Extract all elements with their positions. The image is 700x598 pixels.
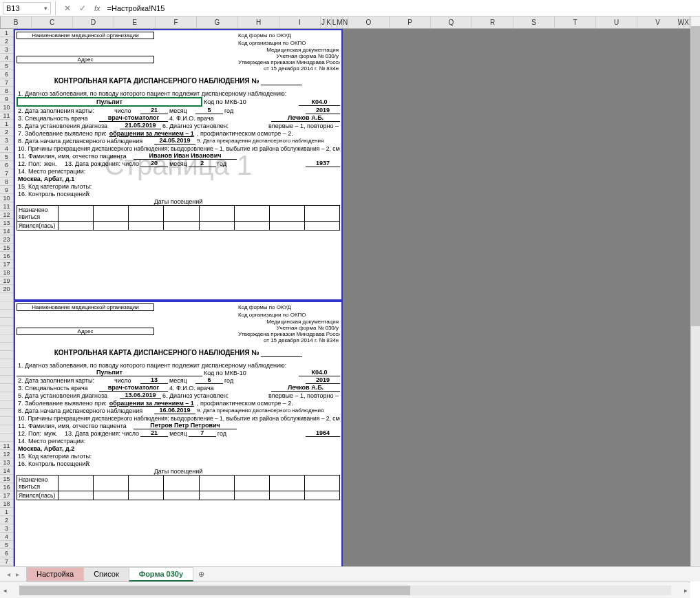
- row-header[interactable]: [0, 293, 13, 301]
- hscroll-left-icon[interactable]: ◂: [0, 587, 10, 594]
- row-header[interactable]: 2: [0, 37, 13, 45]
- row-header[interactable]: [0, 334, 13, 343]
- row-header[interactable]: 17: [0, 491, 13, 500]
- column-header[interactable]: B: [1, 17, 32, 28]
- row-header[interactable]: 11: [0, 111, 13, 120]
- row-header[interactable]: 16: [0, 252, 13, 260]
- row-header[interactable]: [0, 392, 13, 401]
- row-header[interactable]: 1: [0, 508, 13, 516]
- row-header[interactable]: 2: [0, 128, 13, 136]
- spreadsheet-grid[interactable]: BCDEFGHIJKLMNOPQRSTUVWXYZAA 123456789101…: [0, 17, 700, 566]
- cancel-formula-icon[interactable]: ✕: [60, 3, 75, 13]
- row-header[interactable]: 3: [0, 45, 13, 54]
- row-header[interactable]: 18: [0, 268, 13, 277]
- row-header[interactable]: [0, 326, 13, 334]
- row-header[interactable]: 7: [0, 78, 13, 87]
- column-header[interactable]: J: [321, 17, 326, 28]
- row-header[interactable]: 15: [0, 475, 13, 483]
- row-header[interactable]: [0, 376, 13, 384]
- column-header[interactable]: Q: [431, 17, 472, 28]
- row-header[interactable]: 6: [0, 70, 13, 78]
- column-header[interactable]: U: [596, 17, 637, 28]
- row-header[interactable]: 5: [0, 153, 13, 161]
- horizontal-scrollbar[interactable]: ◂ ▸: [0, 581, 690, 598]
- add-sheet-icon[interactable]: ⊕: [193, 568, 210, 581]
- column-header[interactable]: K: [326, 17, 332, 28]
- row-header[interactable]: 5: [0, 541, 13, 549]
- name-box[interactable]: B13 ▾: [3, 2, 51, 14]
- cells-area[interactable]: Страница 1 Наименование медицинской орга…: [14, 29, 700, 566]
- column-header[interactable]: S: [513, 17, 555, 28]
- name-box-dropdown-icon[interactable]: ▾: [44, 5, 47, 12]
- row-header[interactable]: 23: [0, 235, 13, 244]
- row-header[interactable]: [0, 318, 13, 326]
- row-header[interactable]: 18: [0, 500, 13, 508]
- row-header[interactable]: 8: [0, 87, 13, 95]
- row-header[interactable]: 14: [0, 467, 13, 475]
- row-header[interactable]: 7: [0, 557, 13, 566]
- column-header[interactable]: W: [679, 17, 684, 28]
- column-header[interactable]: R: [472, 17, 513, 28]
- row-header[interactable]: 12: [0, 450, 13, 458]
- row-header[interactable]: 11: [0, 442, 13, 450]
- accept-formula-icon[interactable]: ✓: [75, 3, 90, 13]
- row-header[interactable]: 9: [0, 95, 13, 103]
- row-header[interactable]: [0, 417, 13, 425]
- column-header[interactable]: M: [337, 17, 343, 28]
- row-header[interactable]: 6: [0, 161, 13, 169]
- hscroll-thumb[interactable]: [19, 586, 410, 595]
- row-header[interactable]: 13: [0, 219, 13, 227]
- row-header[interactable]: 1: [0, 120, 13, 128]
- column-header[interactable]: P: [390, 17, 431, 28]
- row-header[interactable]: 4: [0, 54, 13, 62]
- column-header[interactable]: H: [238, 17, 279, 28]
- row-header[interactable]: 5: [0, 62, 13, 70]
- row-header[interactable]: 9: [0, 186, 13, 194]
- tab-nav-next-icon[interactable]: ▸: [13, 570, 22, 578]
- column-header[interactable]: F: [156, 17, 197, 28]
- row-header[interactable]: 11: [0, 202, 13, 211]
- tab-nav-prev-icon[interactable]: ◂: [4, 570, 13, 578]
- row-header[interactable]: [0, 425, 13, 434]
- row-header[interactable]: 1: [0, 29, 13, 37]
- row-header[interactable]: 10: [0, 194, 13, 202]
- row-header[interactable]: [0, 434, 13, 442]
- row-header[interactable]: 2: [0, 516, 13, 524]
- vscroll-thumb[interactable]: [691, 26, 700, 326]
- row-header[interactable]: 10: [0, 103, 13, 111]
- row-header[interactable]: 17: [0, 260, 13, 268]
- column-header[interactable]: O: [348, 17, 390, 28]
- row-header[interactable]: [0, 384, 13, 392]
- formula-input[interactable]: [105, 3, 700, 14]
- column-header[interactable]: I: [279, 17, 321, 28]
- column-header[interactable]: X: [684, 17, 690, 28]
- column-header[interactable]: C: [32, 17, 73, 28]
- row-header[interactable]: [0, 343, 13, 351]
- column-header[interactable]: E: [114, 17, 156, 28]
- column-header[interactable]: N: [343, 17, 348, 28]
- row-header[interactable]: 15: [0, 244, 13, 252]
- row-header[interactable]: 6: [0, 549, 13, 557]
- column-header[interactable]: T: [555, 17, 596, 28]
- row-header[interactable]: [0, 409, 13, 417]
- hscroll-right-icon[interactable]: ▸: [681, 587, 690, 594]
- row-header[interactable]: [0, 310, 13, 318]
- row-header[interactable]: 8: [0, 178, 13, 186]
- row-header[interactable]: 20: [0, 285, 13, 293]
- vertical-scrollbar[interactable]: [690, 17, 700, 581]
- row-header[interactable]: 4: [0, 145, 13, 153]
- row-header[interactable]: 14: [0, 227, 13, 235]
- row-header[interactable]: 19: [0, 277, 13, 285]
- column-header[interactable]: G: [197, 17, 238, 28]
- row-header[interactable]: [0, 359, 13, 367]
- fx-icon[interactable]: fx: [90, 4, 105, 12]
- column-header[interactable]: V: [637, 17, 679, 28]
- row-header[interactable]: [0, 401, 13, 409]
- row-header[interactable]: 16: [0, 483, 13, 491]
- tab-nastroyka[interactable]: Настройка: [26, 567, 84, 581]
- row-header[interactable]: 3: [0, 136, 13, 145]
- row-header[interactable]: [0, 301, 13, 310]
- row-header[interactable]: 3: [0, 524, 13, 533]
- row-header[interactable]: 13: [0, 458, 13, 467]
- row-header[interactable]: 4: [0, 533, 13, 541]
